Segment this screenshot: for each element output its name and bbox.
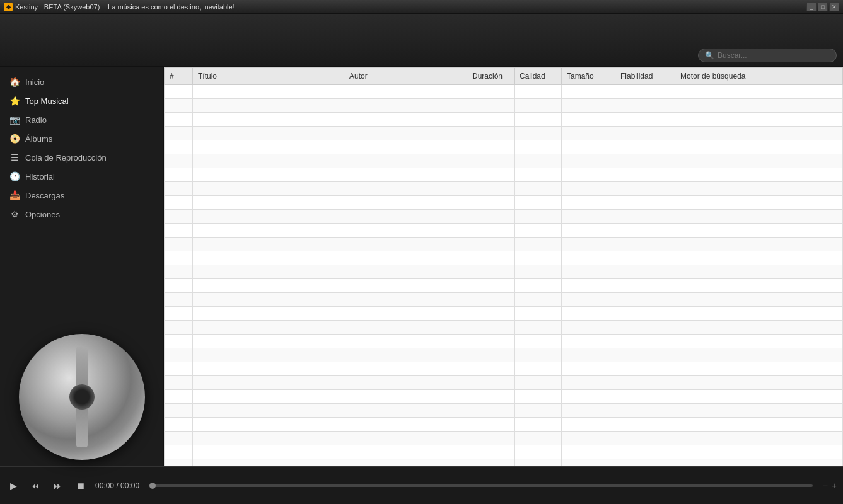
table-row[interactable]	[165, 404, 843, 418]
next-button[interactable]: ⏭	[50, 478, 66, 493]
table-row[interactable]	[165, 85, 843, 99]
table-cell	[344, 307, 467, 321]
table-cell	[467, 210, 515, 224]
table-cell	[165, 238, 193, 251]
table-cell	[165, 99, 193, 113]
table-cell	[675, 376, 843, 390]
col-header-num[interactable]: #	[165, 68, 193, 85]
table-row[interactable]	[165, 210, 843, 224]
sidebar-item-radio[interactable]: 📷 Radio	[0, 110, 163, 129]
volume-up-button[interactable]: +	[832, 481, 837, 491]
table-cell	[344, 265, 467, 279]
search-input[interactable]	[718, 51, 830, 60]
prev-button[interactable]: ⏮	[27, 478, 44, 493]
table-row[interactable]	[165, 348, 843, 362]
total-time: 00:00	[120, 481, 139, 490]
table-cell	[193, 376, 344, 390]
table-row[interactable]	[165, 140, 843, 154]
table-row[interactable]	[165, 390, 843, 404]
table-row[interactable]	[165, 321, 843, 335]
table-row[interactable]	[165, 127, 843, 140]
table-row[interactable]	[165, 376, 843, 390]
play-button[interactable]: ▶	[6, 478, 21, 493]
sidebar-item-albums[interactable]: 📀 Álbums	[0, 129, 163, 148]
table-cell	[562, 224, 615, 238]
table-cell	[515, 85, 562, 99]
sidebar-item-top-musical[interactable]: ⭐ Top Musical	[0, 91, 163, 110]
table-row[interactable]	[165, 238, 843, 251]
col-header-duracion[interactable]: Duración	[467, 68, 515, 85]
table-row[interactable]	[165, 335, 843, 348]
table-row[interactable]	[165, 168, 843, 182]
table-row[interactable]	[165, 154, 843, 168]
table-row[interactable]	[165, 445, 843, 459]
table-row[interactable]	[165, 293, 843, 307]
table-row[interactable]	[165, 99, 843, 113]
table-cell	[344, 418, 467, 432]
table-row[interactable]	[165, 182, 843, 196]
sidebar-label-top-musical: Top Musical	[25, 96, 69, 106]
table-cell	[193, 251, 344, 265]
table-cell	[467, 418, 515, 432]
table-cell	[467, 99, 515, 113]
table-header-row: # Título Autor Duración Calidad Tamaño F…	[165, 68, 843, 85]
table-cell	[344, 154, 467, 168]
search-bar[interactable]: 🔍	[698, 49, 837, 62]
window-controls[interactable]: _ □ ✕	[806, 3, 839, 11]
table-cell	[467, 196, 515, 210]
table-row[interactable]	[165, 362, 843, 376]
table-row[interactable]	[165, 279, 843, 293]
col-header-fiabilidad[interactable]: Fiabilidad	[615, 68, 675, 85]
sidebar-item-historial[interactable]: 🕐 Historial	[0, 167, 163, 186]
volume-down-button[interactable]: −	[823, 481, 828, 491]
sidebar-item-opciones[interactable]: ⚙ Opciones	[0, 205, 163, 224]
minimize-button[interactable]: _	[806, 3, 817, 11]
table-row[interactable]	[165, 251, 843, 265]
table-cell	[615, 85, 675, 99]
radio-icon: 📷	[9, 115, 20, 125]
sidebar-label-historial: Historial	[25, 172, 55, 181]
table-cell	[675, 99, 843, 113]
table-row[interactable]	[165, 224, 843, 238]
sidebar-item-descargas[interactable]: 📥 Descargas	[0, 186, 163, 205]
table-cell	[467, 459, 515, 467]
table-cell	[615, 404, 675, 418]
table-cell	[165, 335, 193, 348]
table-cell	[515, 321, 562, 335]
table-row[interactable]	[165, 113, 843, 127]
table-cell	[675, 251, 843, 265]
col-header-titulo[interactable]: Título	[193, 68, 344, 85]
table-wrapper[interactable]: # Título Autor Duración Calidad Tamaño F…	[164, 67, 843, 466]
table-row[interactable]	[165, 459, 843, 467]
col-header-autor[interactable]: Autor	[344, 68, 467, 85]
table-cell	[515, 238, 562, 251]
table-cell	[615, 445, 675, 459]
table-cell	[193, 224, 344, 238]
progress-handle[interactable]	[149, 483, 156, 489]
stop-button[interactable]: ⏹	[73, 478, 89, 493]
maximize-button[interactable]: □	[818, 3, 828, 11]
music-table: # Título Autor Duración Calidad Tamaño F…	[164, 67, 843, 466]
table-row[interactable]	[165, 307, 843, 321]
table-cell	[344, 182, 467, 196]
table-cell	[615, 459, 675, 467]
table-cell	[344, 348, 467, 362]
sidebar-item-queue[interactable]: ☰ Cola de Reproducción	[0, 148, 163, 167]
table-cell	[344, 293, 467, 307]
table-cell	[165, 113, 193, 127]
table-row[interactable]	[165, 265, 843, 279]
table-row[interactable]	[165, 418, 843, 432]
sidebar-item-inicio[interactable]: 🏠 Inicio	[0, 72, 163, 91]
col-header-motor[interactable]: Motor de búsqueda	[675, 68, 843, 85]
table-cell	[467, 85, 515, 99]
close-button[interactable]: ✕	[829, 3, 839, 11]
col-header-tamano[interactable]: Tamaño	[562, 68, 615, 85]
download-icon: 📥	[9, 190, 20, 200]
table-row[interactable]	[165, 196, 843, 210]
table-cell	[344, 127, 467, 140]
table-cell	[615, 293, 675, 307]
table-row[interactable]	[165, 432, 843, 445]
star-icon: ⭐	[9, 96, 20, 106]
progress-bar[interactable]	[149, 484, 813, 487]
col-header-calidad[interactable]: Calidad	[515, 68, 562, 85]
